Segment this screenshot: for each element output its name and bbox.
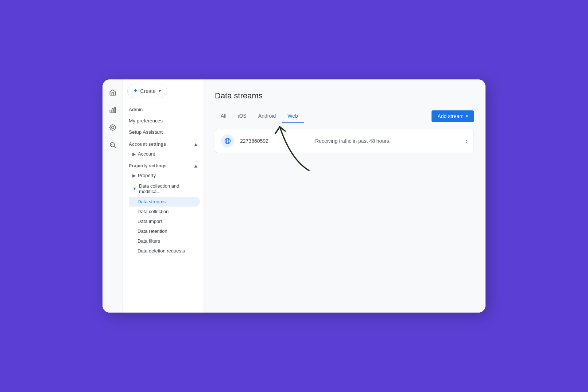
stream-id: 2273860592 bbox=[240, 138, 315, 144]
svg-point-4 bbox=[111, 126, 114, 129]
sidebar-item-data-filters[interactable]: Data filters bbox=[129, 236, 200, 246]
svg-line-10 bbox=[114, 146, 116, 148]
stream-row[interactable]: 2273860592 Receiving traffic in past 48 … bbox=[215, 129, 473, 153]
property-settings-items: ▶ Property ▼ Data collection and modific… bbox=[123, 170, 203, 256]
add-stream-label: Add stream bbox=[437, 113, 464, 119]
tab-web[interactable]: Web bbox=[282, 109, 304, 123]
sidebar-item-data-import[interactable]: Data import bbox=[129, 216, 200, 226]
data-collection-label: Data collection bbox=[138, 209, 169, 214]
stream-chevron-icon: › bbox=[465, 137, 468, 145]
account-settings-items: ▶ Account bbox=[123, 149, 203, 159]
property-arrow-icon: ▶ bbox=[132, 173, 136, 178]
sidebar-item-admin[interactable]: Admin bbox=[123, 104, 200, 115]
svg-rect-2 bbox=[114, 107, 115, 113]
add-stream-button[interactable]: Add stream ▾ bbox=[432, 110, 474, 122]
admin-label: Admin bbox=[129, 107, 143, 112]
sidebar-item-account[interactable]: ▶ Account bbox=[129, 149, 200, 159]
sidebar-item-my-preferences[interactable]: My preferences bbox=[123, 115, 200, 126]
sidebar: + Create ▾ Admin My preferences Setup As… bbox=[123, 79, 203, 313]
icon-rail bbox=[102, 79, 123, 313]
stream-web-icon bbox=[221, 134, 234, 148]
svg-rect-1 bbox=[112, 109, 113, 113]
account-settings-chevron-icon[interactable]: ▴ bbox=[194, 141, 197, 147]
page-title: Data streams bbox=[215, 91, 474, 101]
data-collection-modification-label: Data collection and modifica... bbox=[139, 183, 196, 194]
tab-all[interactable]: All bbox=[215, 109, 232, 123]
sidebar-item-property[interactable]: ▶ Property bbox=[129, 170, 200, 181]
data-import-label: Data import bbox=[138, 219, 162, 224]
svg-rect-0 bbox=[110, 110, 111, 113]
create-button-label: Create bbox=[140, 88, 156, 94]
create-button[interactable]: + Create ▾ bbox=[127, 84, 167, 98]
property-label: Property bbox=[138, 173, 156, 178]
property-settings-label: Property settings bbox=[129, 163, 167, 168]
sidebar-item-data-streams[interactable]: Data streams bbox=[129, 197, 200, 207]
home-icon[interactable] bbox=[105, 85, 120, 100]
stream-list: 2273860592 Receiving traffic in past 48 … bbox=[215, 129, 474, 153]
account-label: Account bbox=[138, 151, 155, 157]
app-window: + Create ▾ Admin My preferences Setup As… bbox=[102, 79, 486, 313]
my-preferences-label: My preferences bbox=[129, 118, 163, 124]
sidebar-item-data-collection-modification[interactable]: ▼ Data collection and modifica... bbox=[129, 181, 200, 197]
property-settings-header: Property settings ▴ bbox=[123, 159, 203, 170]
data-streams-label: Data streams bbox=[138, 199, 166, 204]
sidebar-item-data-retention[interactable]: Data retention bbox=[129, 226, 200, 236]
property-settings-chevron-icon[interactable]: ▴ bbox=[194, 163, 197, 169]
svg-point-3 bbox=[110, 125, 115, 130]
data-collection-arrow-icon: ▼ bbox=[132, 186, 137, 191]
bar-chart-icon[interactable] bbox=[105, 103, 120, 117]
sidebar-item-setup-assistant[interactable]: Setup Assistant bbox=[123, 126, 200, 138]
account-arrow-icon: ▶ bbox=[132, 152, 136, 157]
sidebar-item-data-collection[interactable]: Data collection bbox=[129, 207, 200, 216]
account-settings-label: Account settings bbox=[129, 142, 166, 147]
stream-status: Receiving traffic in past 48 hours. bbox=[315, 138, 465, 144]
data-deletion-requests-label: Data deletion requests bbox=[138, 248, 185, 254]
tabs-row: All iOS Android Web Add stream ▾ bbox=[215, 109, 474, 123]
data-filters-label: Data filters bbox=[138, 238, 160, 244]
sidebar-item-data-deletion-requests[interactable]: Data deletion requests bbox=[129, 246, 200, 256]
plus-icon: + bbox=[134, 87, 138, 95]
data-retention-label: Data retention bbox=[138, 228, 167, 234]
tab-android[interactable]: Android bbox=[252, 109, 282, 123]
target-icon[interactable] bbox=[105, 120, 120, 135]
search-icon[interactable] bbox=[105, 138, 120, 152]
setup-assistant-label: Setup Assistant bbox=[129, 129, 163, 135]
account-settings-header: Account settings ▴ bbox=[123, 138, 203, 149]
create-chevron-icon: ▾ bbox=[159, 89, 161, 94]
tab-ios[interactable]: iOS bbox=[232, 109, 252, 123]
main-content: Data streams All iOS Android Web Add str… bbox=[203, 79, 486, 313]
add-stream-chevron-icon: ▾ bbox=[466, 114, 468, 119]
